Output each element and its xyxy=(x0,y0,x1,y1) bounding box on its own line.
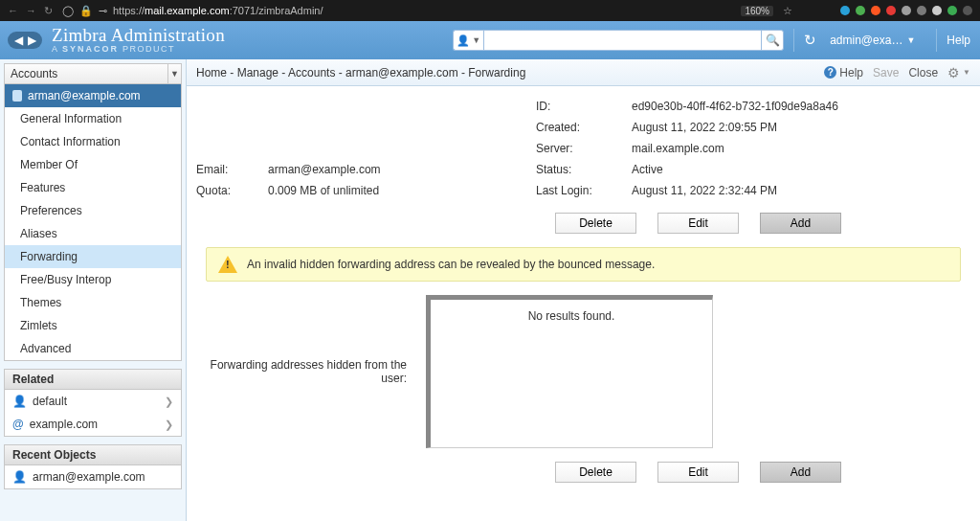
search-button[interactable]: 🔍 xyxy=(761,30,784,51)
delete-button[interactable]: Delete xyxy=(555,213,636,234)
sidebar-related-list: 👤default ❯ @example.com ❯ xyxy=(4,390,182,437)
at-icon: @ xyxy=(12,418,24,431)
sidebar-account-row[interactable]: arman@example.com xyxy=(5,84,181,107)
url-host: mail.example.com xyxy=(145,5,230,16)
breadcrumb-bar: Home - Manage - Accounts - arman@example… xyxy=(187,59,980,86)
browser-chrome: ← → ↻ ◯ 🔒 ⊸ https://mail.example.com:707… xyxy=(0,0,980,21)
help-icon: ? xyxy=(824,66,836,79)
hidden-forwarding-label: Forwarding addresses hidden from the use… xyxy=(206,295,407,448)
user-icon xyxy=(12,90,22,102)
login-key: Last Login: xyxy=(536,184,612,197)
save-action: Save xyxy=(873,66,899,79)
warning-alert: An invalid hidden forwarding address can… xyxy=(206,247,961,282)
search-type-select[interactable]: 👤 ▼ xyxy=(453,30,483,51)
breadcrumb[interactable]: Home - Manage - Accounts - arman@example… xyxy=(196,66,525,79)
sidebar-selector-label: Accounts xyxy=(11,67,57,80)
id-value: ed90e30b-40ff-4f62-b732-1f09de9a8a46 xyxy=(632,100,951,113)
login-value: August 11, 2022 2:32:44 PM xyxy=(632,184,951,197)
refresh-button[interactable]: ↻ xyxy=(804,32,816,49)
created-key: Created: xyxy=(536,121,612,134)
sidebar-selector[interactable]: Accounts ▼ xyxy=(4,63,182,84)
content: Home - Manage - Accounts - arman@example… xyxy=(187,59,980,521)
sidebar-item-zimlets[interactable]: Zimlets xyxy=(5,314,181,337)
search-box: 👤 ▼ 🔍 xyxy=(453,30,784,51)
history-forward-icon[interactable]: ▶ xyxy=(27,34,36,47)
server-value: mail.example.com xyxy=(632,142,951,155)
url-prefix: https:// xyxy=(113,5,145,16)
sidebar-item-features[interactable]: Features xyxy=(5,176,181,199)
button-row-2: Delete Edit Add xyxy=(206,462,961,483)
hidden-forwarding-list[interactable]: No results found. xyxy=(426,295,713,448)
bookmark-icon[interactable]: ☆ xyxy=(783,5,792,17)
user-icon: 👤 xyxy=(12,470,27,484)
sidebar-related-header: Related xyxy=(4,369,182,390)
sidebar-item-themes[interactable]: Themes xyxy=(5,291,181,314)
sidebar-item-contact-information[interactable]: Contact Information xyxy=(5,130,181,153)
user-menu[interactable]: admin@exa… ▼ xyxy=(830,34,915,47)
user-label: admin@exa… xyxy=(830,34,902,47)
delete-button[interactable]: Delete xyxy=(555,462,636,483)
sidebar-account-label: arman@example.com xyxy=(28,89,141,102)
status-key: Status: xyxy=(536,163,612,176)
add-button[interactable]: Add xyxy=(760,462,841,483)
zoom-badge[interactable]: 160% xyxy=(741,6,773,16)
browser-url[interactable]: https://mail.example.com:7071/zimbraAdmi… xyxy=(113,5,323,16)
close-action[interactable]: Close xyxy=(908,66,938,79)
edit-button[interactable]: Edit xyxy=(657,213,739,234)
id-key: ID: xyxy=(536,100,612,113)
sidebar-recent-label: arman@example.com xyxy=(33,470,145,484)
user-icon: 👤 xyxy=(12,395,27,408)
browser-back-icon[interactable]: ← xyxy=(8,5,18,17)
quota-key: Quota: xyxy=(196,184,249,197)
sidebar-item-forwarding[interactable]: Forwarding xyxy=(5,245,181,268)
sidebar-related-domain[interactable]: @example.com ❯ xyxy=(5,413,181,436)
sidebar: Accounts ▼ arman@example.com General Inf… xyxy=(0,59,187,521)
sidebar-recent-list: 👤arman@example.com xyxy=(4,465,182,489)
app-title: Zimbra Administration xyxy=(52,26,225,45)
url-path: :7071/zimbraAdmin/ xyxy=(230,5,323,16)
history-back-icon[interactable]: ◀ xyxy=(13,34,23,47)
brand: Zimbra Administration A SYNACOR PRODUCT xyxy=(52,26,225,54)
sidebar-related-label: example.com xyxy=(30,418,98,431)
sidebar-nav: arman@example.com General Information Co… xyxy=(4,84,182,361)
sidebar-item-aliases[interactable]: Aliases xyxy=(5,222,181,245)
chevron-down-icon: ▼ xyxy=(963,68,970,77)
settings-action[interactable]: ⚙▼ xyxy=(947,65,970,80)
sidebar-related-label: default xyxy=(33,395,67,408)
email-value: arman@example.com xyxy=(268,163,517,176)
history-navigator[interactable]: ◀ ▶ xyxy=(8,32,42,49)
sidebar-recent-header: Recent Objects xyxy=(4,444,182,465)
button-row-1: Delete Edit Add xyxy=(206,213,961,234)
sidebar-item-advanced[interactable]: Advanced xyxy=(5,337,181,360)
chevron-down-icon: ▼ xyxy=(167,63,181,84)
scroll-area[interactable]: ID: ed90e30b-40ff-4f62-b732-1f09de9a8a46… xyxy=(187,86,980,521)
user-icon: 👤 xyxy=(457,34,470,47)
chevron-right-icon: ❯ xyxy=(165,396,173,408)
sidebar-recent-item[interactable]: 👤arman@example.com xyxy=(5,465,181,488)
created-value: August 11, 2022 2:09:55 PM xyxy=(632,121,951,134)
status-value: Active xyxy=(632,163,951,176)
sidebar-item-free-busy[interactable]: Free/Busy Interop xyxy=(5,268,181,291)
add-button[interactable]: Add xyxy=(760,213,841,234)
account-info: ID: ed90e30b-40ff-4f62-b732-1f09de9a8a46… xyxy=(187,86,980,211)
sidebar-item-member-of[interactable]: Member Of xyxy=(5,153,181,176)
browser-extensions xyxy=(840,6,972,15)
sidebar-item-preferences[interactable]: Preferences xyxy=(5,199,181,222)
shield-icon: ◯ xyxy=(62,5,74,17)
hidden-forwarding-row: Forwarding addresses hidden from the use… xyxy=(206,295,961,448)
search-input[interactable] xyxy=(483,30,761,51)
edit-button[interactable]: Edit xyxy=(657,462,739,483)
header-help-link[interactable]: Help xyxy=(947,34,970,47)
app-header: ◀ ▶ Zimbra Administration A SYNACOR PROD… xyxy=(0,21,980,59)
sidebar-related-default[interactable]: 👤default ❯ xyxy=(5,390,181,413)
browser-reload-icon[interactable]: ↻ xyxy=(44,5,53,17)
quota-value: 0.009 MB of unlimited xyxy=(268,184,517,197)
no-results-text: No results found. xyxy=(528,309,615,323)
warning-icon xyxy=(218,256,237,273)
lock-icon: 🔒 xyxy=(79,5,93,17)
help-action[interactable]: ?Help xyxy=(824,66,863,79)
browser-forward-icon: → xyxy=(26,5,36,17)
sidebar-item-general-information[interactable]: General Information xyxy=(5,107,181,130)
gear-icon: ⚙ xyxy=(947,65,960,80)
chevron-right-icon: ❯ xyxy=(165,419,173,431)
